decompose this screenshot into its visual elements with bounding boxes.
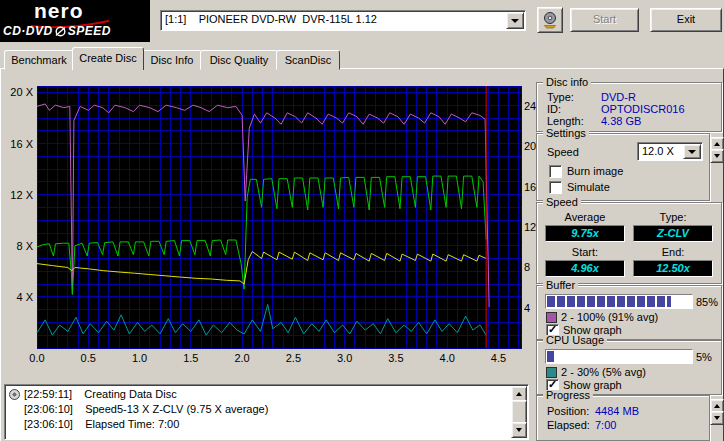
svg-text:20: 20 (524, 140, 536, 152)
settings-panel: Settings Speed 12.0 X Burn image Simulat… (536, 133, 710, 201)
disc-id-label: ID: (547, 103, 561, 115)
disc-info-title: Disc info (543, 77, 591, 88)
speed-select[interactable]: 12.0 X (637, 142, 703, 161)
log-entry-text: [23:06:10] Speed5-13 X Z-CLV (9.75 X ave… (24, 402, 268, 417)
svg-text:0.0: 0.0 (29, 352, 44, 364)
speed-panel: Speed Average Type: 9.75x Z-CLV Start: E… (536, 202, 722, 284)
settings-scroll-down-button[interactable] (710, 149, 724, 163)
arrow-down-icon (714, 154, 720, 158)
tab-label: ScanDisc (285, 54, 331, 66)
chevron-down-icon (688, 150, 696, 154)
svg-text:8: 8 (524, 261, 530, 273)
start-speed-display: 4.96x (545, 260, 625, 277)
arrow-up-icon (714, 404, 720, 408)
cpu-progress-fill (547, 351, 554, 362)
drive-selector-dropdown-button[interactable] (506, 12, 524, 29)
logo-subtitle: CD·DVD SPEED (3, 24, 111, 38)
svg-text:1.0: 1.0 (132, 352, 147, 364)
speed-select-value: 12.0 X (642, 144, 674, 159)
progress-title: Progress (543, 390, 593, 401)
cpu-range-label: 2 - 30% (5% avg) (561, 366, 646, 378)
position-value: 4484 MB (595, 405, 639, 417)
buffer-range-label: 2 - 100% (91% avg) (561, 311, 658, 323)
burn-image-label: Burn image (567, 165, 623, 177)
simulate-checkbox[interactable] (549, 181, 562, 194)
log-entry-text: [22:59:11] Creating Data Disc (24, 387, 177, 402)
buffer-progress-bar (545, 294, 693, 309)
cpu-percent-label: 5% (696, 351, 712, 363)
svg-text:16: 16 (524, 181, 536, 193)
disc-length-label: Length: (547, 115, 584, 127)
svg-text:2.0: 2.0 (234, 352, 249, 364)
simulate-label: Simulate (567, 181, 610, 193)
speed-panel-title: Speed (543, 197, 581, 208)
drive-selector[interactable]: [1:1] PIONEER DVD-RW DVR-115L 1.12 (160, 10, 526, 31)
disc-type-label: Type: (547, 91, 574, 103)
buffer-panel: Buffer 85% 2 - 100% (91% avg) ✓ Show gra… (536, 285, 722, 340)
start-button-label: Start (593, 13, 616, 25)
log-scrollbar[interactable] (511, 386, 527, 438)
drive-selector-value: [1:1] PIONEER DVD-RW DVR-115L 1.12 (165, 12, 377, 27)
progress-scroll-down-button[interactable] (710, 411, 724, 425)
cpu-usage-panel: CPU Usage 5% 2 - 30% (5% avg) ✓ Show gra… (536, 340, 722, 395)
average-speed-label: Average (545, 211, 625, 223)
log-entry: [23:06:10] Elapsed Time: 7:00 (9, 417, 508, 432)
svg-text:4.5: 4.5 (491, 352, 506, 364)
speed-chart-svg: 4 X8 X12 X16 X20 X48121620240.00.51.01.5… (0, 80, 536, 380)
tab-label: Benchmark (11, 54, 67, 66)
start-speed-label: Start: (545, 246, 625, 258)
buffer-title: Buffer (543, 280, 578, 291)
start-button[interactable]: Start (570, 8, 639, 32)
disc-tray-button[interactable] (537, 7, 563, 33)
disc-log-icon (9, 389, 20, 400)
svg-text:0.5: 0.5 (81, 352, 96, 364)
svg-text:24: 24 (524, 100, 536, 112)
cpu-progress-bar (545, 349, 693, 364)
cpu-series-swatch (546, 367, 557, 378)
tab-label: Create Disc (79, 52, 136, 64)
logo-speed-text: SPEED (68, 24, 111, 38)
tab-scandisc[interactable]: ScanDisc (276, 50, 340, 70)
burn-image-checkbox[interactable] (549, 165, 562, 178)
settings-title: Settings (543, 128, 589, 139)
svg-text:3.0: 3.0 (337, 352, 352, 364)
tab-create-disc[interactable]: Create Disc (72, 47, 144, 70)
svg-text:4.0: 4.0 (440, 352, 455, 364)
chevron-down-icon (511, 19, 519, 23)
svg-text:4: 4 (524, 302, 530, 314)
log-entry-text: [23:06:10] Elapsed Time: 7:00 (24, 417, 179, 432)
exit-button-label: Exit (677, 13, 695, 25)
tab-label: Disc Info (151, 54, 194, 66)
buffer-series-swatch (546, 312, 557, 323)
svg-text:12: 12 (524, 221, 536, 233)
speed-type-display: Z-CLV (633, 225, 713, 242)
log-box: [22:59:11] Creating Data Disc [23:06:10]… (4, 384, 529, 440)
tab-disc-info[interactable]: Disc Info (142, 50, 202, 70)
nero-logo: nero CD·DVD SPEED (0, 0, 150, 42)
svg-text:12 X: 12 X (10, 189, 33, 201)
buffer-progress-fill (547, 296, 671, 307)
tab-benchmark[interactable]: Benchmark (4, 50, 74, 70)
end-speed-label: End: (633, 246, 713, 258)
speed-type-label: Type: (633, 211, 713, 223)
svg-text:8 X: 8 X (16, 240, 33, 252)
arrow-down-icon (516, 428, 522, 432)
disc-id-value: OPTODISCR016 (601, 103, 685, 115)
log-scroll-down-button[interactable] (511, 422, 527, 438)
elapsed-value: 7:00 (595, 419, 616, 431)
exit-button[interactable]: Exit (650, 8, 722, 32)
disc-type-value: DVD-R (601, 91, 636, 103)
tab-label: Disc Quality (210, 54, 269, 66)
speed-select-dropdown-button[interactable] (683, 144, 701, 159)
speed-select-label: Speed (547, 146, 579, 158)
logo-cddvd-text: CD·DVD (3, 24, 53, 38)
tab-disc-quality[interactable]: Disc Quality (200, 50, 278, 70)
nero-cd-dvd-speed-window: nero CD·DVD SPEED [1:1] PIONEER DVD-RW D… (0, 0, 724, 441)
log-scroll-thumb[interactable] (511, 400, 527, 424)
svg-text:2.5: 2.5 (286, 352, 301, 364)
svg-text:4 X: 4 X (16, 291, 33, 303)
elapsed-label: Elapsed: (547, 419, 590, 431)
end-speed-display: 12.50x (633, 260, 713, 277)
buffer-percent-label: 85% (696, 296, 718, 308)
average-speed-display: 9.75x (545, 225, 625, 242)
